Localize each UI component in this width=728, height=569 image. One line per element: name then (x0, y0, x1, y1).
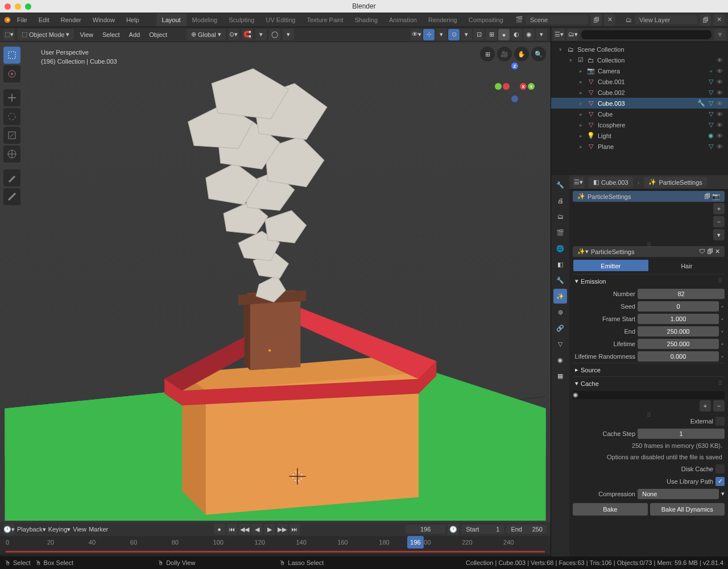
nav-gizmo[interactable]: Z X Y (495, 63, 535, 102)
frame-end-field[interactable]: 250.000 (638, 326, 719, 337)
add-slot-button[interactable]: + (713, 203, 725, 214)
external-checkbox[interactable] (715, 417, 725, 426)
keyframe-next-button[interactable]: ▶▶ (276, 524, 288, 535)
viewport-menu-view[interactable]: View (76, 30, 97, 40)
shading-wireframe[interactable]: ⊞ (486, 29, 497, 40)
menu-edit[interactable]: Edit (33, 14, 55, 26)
tool-scale[interactable] (3, 127, 20, 144)
tool-annotate[interactable] (3, 169, 20, 186)
source-panel-header[interactable]: ▸ Source (573, 363, 725, 376)
ptab-mesh[interactable]: ▽ (553, 337, 567, 351)
outliner-item[interactable]: ▸▽Icosphere▽👁 (551, 119, 728, 130)
workspace-tab-shading[interactable]: Shading (349, 14, 383, 26)
tool-move[interactable] (3, 89, 20, 106)
ptab-scene[interactable]: 🎬 (553, 225, 567, 240)
outliner-collection[interactable]: ▾☑🗀Collection 👁 (551, 55, 728, 65)
tool-select-box[interactable] (3, 47, 20, 64)
cache-panel-header[interactable]: ▾ Cache⠿ (573, 376, 725, 390)
viewport-menu-object[interactable]: Object (146, 30, 171, 40)
viewport-menu-add[interactable]: Add (126, 30, 144, 40)
cache-slot[interactable]: ◉ (573, 391, 725, 399)
library-path-checkbox[interactable]: ✓ (715, 477, 725, 486)
menu-file[interactable]: File (11, 14, 33, 26)
particle-slot[interactable]: ✨ ParticleSettings 🗐 📷 (573, 191, 725, 202)
overlay-dropdown[interactable]: ▾ (461, 29, 472, 40)
menu-help[interactable]: Help (121, 14, 145, 26)
new-viewlayer-button[interactable]: 🗐 (700, 14, 711, 26)
outliner-display-mode[interactable]: 🗂▾ (567, 29, 578, 40)
workspace-tab-modeling[interactable]: Modeling (187, 14, 224, 26)
shading-rendered[interactable]: ◉ (523, 29, 535, 40)
autokey-toggle[interactable]: ● (214, 524, 225, 535)
visibility-toggle-icon[interactable]: 👁 (717, 57, 725, 64)
ptab-modifiers[interactable]: 🔧 (553, 273, 567, 288)
play-button[interactable]: ▶ (264, 524, 275, 535)
menu-window[interactable]: Window (87, 14, 121, 26)
overlay-toggle[interactable]: ⊙ (448, 29, 460, 40)
shading-solid[interactable]: ● (498, 29, 510, 40)
outliner-search-input[interactable] (581, 30, 712, 40)
delete-viewlayer-button[interactable]: ✕ (713, 14, 725, 26)
ptab-texture[interactable]: ▦ (553, 368, 567, 383)
viewport-3d[interactable]: User Perspective (196) Collection | Cube… (0, 42, 551, 521)
viewlayer-selector[interactable]: View Layer (635, 15, 697, 24)
workspace-tab-animation[interactable]: Animation (383, 14, 423, 26)
outliner-item-selected[interactable]: ▸▽Cube.003🔧▽👁 (551, 98, 728, 109)
frame-start-field[interactable]: 1.000 (638, 314, 719, 324)
mode-dropdown[interactable]: ⬚ Object Mode ▾ (17, 29, 74, 40)
outliner-item[interactable]: ▸▽Plane▽👁 (551, 141, 728, 152)
ptab-constraints[interactable]: 🔗 (553, 321, 567, 335)
xray-toggle[interactable]: ⊡ (473, 29, 485, 40)
play-reverse-button[interactable]: ◀ (251, 524, 263, 535)
keyframe-prev-button[interactable]: ◀◀ (239, 524, 250, 535)
outliner-item[interactable]: ▸▽Cube▽👁 (551, 109, 728, 119)
snap-dropdown[interactable]: ▾ (255, 29, 267, 40)
editor-type-dropdown[interactable]: ⬚▾ (3, 29, 15, 40)
type-hair-button[interactable]: Hair (649, 259, 725, 272)
gizmo-dropdown[interactable]: ▾ (436, 29, 447, 40)
ptab-viewlayer[interactable]: 🗂 (553, 209, 567, 224)
ptab-render[interactable]: 🔧 (553, 177, 567, 192)
compression-dropdown[interactable]: None (638, 489, 719, 499)
close-window-button[interactable] (5, 3, 11, 10)
outliner-item[interactable]: ▸📷Camera▫👁 (551, 65, 728, 76)
ptab-output[interactable]: 🖨 (553, 193, 567, 208)
proportional-toggle[interactable]: ◯ (269, 29, 280, 40)
outliner-filter-button[interactable]: ▿ (714, 29, 726, 40)
workspace-tab-compositing[interactable]: Compositing (463, 14, 509, 26)
context-object[interactable]: ◧ Cube.003 (589, 177, 633, 188)
workspace-tab-layout[interactable]: Layout (156, 14, 187, 26)
type-emitter-button[interactable]: Emitter (573, 259, 649, 272)
playhead[interactable]: 196 (407, 536, 423, 549)
cache-remove-button[interactable]: − (713, 400, 725, 412)
ptab-physics[interactable]: ⊚ (553, 305, 567, 319)
delete-scene-button[interactable]: ✕ (604, 14, 615, 26)
context-particles[interactable]: ✨ ParticleSettings (644, 177, 706, 188)
jump-start-button[interactable]: ⏮ (226, 524, 238, 535)
cache-add-button[interactable]: + (700, 400, 711, 412)
tool-rotate[interactable] (3, 108, 20, 125)
keying-menu[interactable]: Keying▾ (48, 526, 71, 533)
workspace-tab-sculpting[interactable]: Sculpting (223, 14, 260, 26)
lifetime-field[interactable]: 250.000 (638, 339, 719, 349)
tool-measure[interactable] (3, 188, 20, 205)
new-scene-button[interactable]: 🗐 (590, 14, 602, 26)
pivot-dropdown[interactable]: ⊙▾ (228, 29, 239, 40)
workspace-tab-rendering[interactable]: Rendering (423, 14, 463, 26)
outliner-item[interactable]: ▸▽Cube.002▽👁 (551, 87, 728, 98)
workspace-tab-uv[interactable]: UV Editing (260, 14, 301, 26)
ptab-object[interactable]: ◧ (553, 257, 567, 272)
preview-range-toggle[interactable]: 🕐 (448, 524, 459, 535)
outliner-item[interactable]: ▸▽Cube.001▽👁 (551, 76, 728, 87)
viewport-menu-select[interactable]: Select (99, 30, 123, 40)
proportional-dropdown[interactable]: ▾ (283, 29, 294, 40)
menu-render[interactable]: Render (55, 14, 87, 26)
timeline-editor-type[interactable]: 🕐▾ (3, 524, 15, 535)
disk-cache-checkbox[interactable] (715, 464, 725, 474)
shading-lookdev[interactable]: ◐ (511, 29, 522, 40)
viewport-zoom-icon[interactable]: 🔍 (531, 47, 546, 61)
current-frame-field[interactable]: 196 (406, 525, 445, 534)
snap-toggle[interactable]: 🧲 (242, 29, 253, 40)
jump-end-button[interactable]: ⏭ (289, 524, 300, 535)
properties-editor-type[interactable]: ☰▾ (573, 177, 584, 188)
